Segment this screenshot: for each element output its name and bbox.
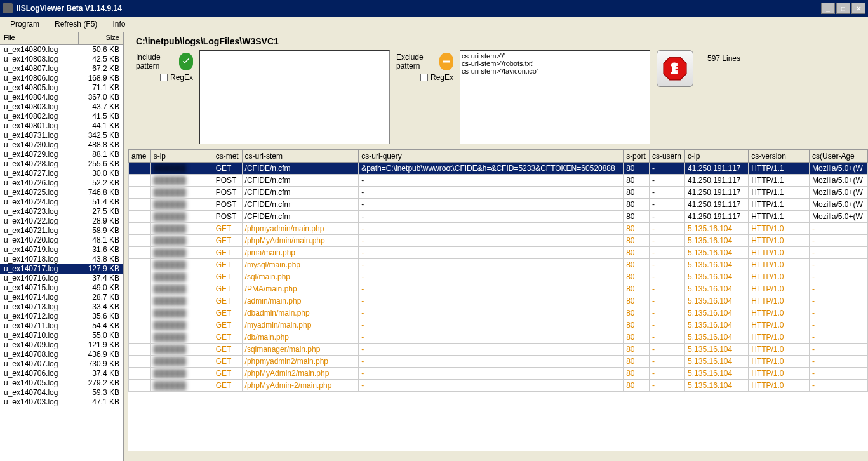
stop-button[interactable] [657, 50, 693, 87]
menu-program[interactable]: Program [10, 20, 39, 29]
file-row[interactable]: u_ex140804.log367,0 KB [0, 93, 123, 102]
file-size: 43,7 KB [75, 102, 119, 112]
file-row[interactable]: u_ex140728.log255,6 KB [0, 159, 123, 169]
window-title: IISLogViewer Beta V1.14.9.14 [17, 4, 122, 13]
log-row[interactable]: ██████GET/phpMyAdmin-2/main.php-80-5.135… [129, 380, 868, 392]
file-list[interactable]: u_ex140809.log50,6 KBu_ex140808.log42,5 … [0, 45, 123, 461]
log-row[interactable]: ██████GET/db/main.php-80-5.135.16.104HTT… [129, 331, 868, 344]
close-button[interactable]: ✕ [851, 3, 865, 14]
file-row[interactable]: u_ex140729.log88,1 KB [0, 150, 123, 159]
file-row[interactable]: u_ex140712.log35,6 KB [0, 312, 123, 321]
file-row[interactable]: u_ex140711.log54,4 KB [0, 321, 123, 331]
file-row[interactable]: u_ex140707.log730,9 KB [0, 359, 123, 369]
file-row[interactable]: u_ex140807.log67,2 KB [0, 64, 123, 74]
file-row[interactable]: u_ex140720.log48,1 KB [0, 236, 123, 245]
file-row[interactable]: u_ex140801.log44,1 KB [0, 121, 123, 131]
log-row[interactable]: ██████GET/phpmyadmin2/main.php-80-5.135.… [129, 356, 868, 368]
log-row[interactable]: ██████GET/phpMyAdmin/main.php-80-5.135.1… [129, 235, 868, 247]
grid-header-ame[interactable]: ame [129, 150, 151, 163]
log-row[interactable]: ██████GET/mysql/main.php-80-5.135.16.104… [129, 259, 868, 271]
file-row[interactable]: u_ex140726.log52,2 KB [0, 178, 123, 188]
log-row[interactable]: ██████GET/pma/main.php-80-5.135.16.104HT… [129, 247, 868, 259]
file-row[interactable]: u_ex140709.log121,9 KB [0, 340, 123, 350]
file-row[interactable]: u_ex140803.log43,7 KB [0, 102, 123, 112]
log-row[interactable]: ██████GET/CFIDE/n.cfm&path=C:\inetpub\ww… [129, 163, 868, 175]
log-row[interactable]: ██████GET/phpMyAdmin2/main.php-80-5.135.… [129, 368, 868, 380]
file-row[interactable]: u_ex140731.log342,5 KB [0, 131, 123, 140]
horizontal-scrollbar[interactable] [128, 451, 868, 461]
splitter[interactable] [124, 32, 128, 461]
file-row[interactable]: u_ex140717.log127,9 KB [0, 264, 123, 274]
grid-header-cs-usern[interactable]: cs-usern [649, 150, 684, 163]
exclude-regex-checkbox[interactable] [420, 74, 428, 81]
include-pattern-input[interactable] [199, 50, 390, 144]
file-row[interactable]: u_ex140718.log43,8 KB [0, 255, 123, 264]
file-row[interactable]: u_ex140714.log28,7 KB [0, 293, 123, 302]
log-row[interactable]: ██████POST/CFIDE/n.cfm-80-41.250.191.117… [129, 175, 868, 187]
log-row[interactable]: ██████GET/phpmyadmin/main.php-80-5.135.1… [129, 223, 868, 235]
include-regex-checkbox[interactable] [160, 74, 168, 81]
grid-header-cs-met[interactable]: cs-met [213, 150, 242, 163]
log-row[interactable]: ██████GET/PMA/main.php-80-5.135.16.104HT… [129, 283, 868, 295]
file-row[interactable]: u_ex140722.log28,9 KB [0, 217, 123, 226]
file-row[interactable]: u_ex140703.log47,1 KB [0, 398, 123, 407]
file-size: 28,9 KB [75, 217, 119, 226]
file-row[interactable]: u_ex140705.log279,2 KB [0, 378, 123, 388]
file-row[interactable]: u_ex140802.log41,5 KB [0, 112, 123, 121]
maximize-button[interactable]: □ [836, 3, 850, 14]
log-cell: HTTP/1.1 [749, 187, 810, 199]
log-cell: - [649, 259, 684, 271]
minimize-button[interactable]: _ [821, 3, 835, 14]
log-row[interactable]: ██████GET/dbadmin/main.php-80-5.135.16.1… [129, 307, 868, 319]
file-row[interactable]: u_ex140805.log71,1 KB [0, 83, 123, 93]
grid-header-cs-uri-stem[interactable]: cs-uri-stem [242, 150, 359, 163]
log-row[interactable]: ██████GET/sqlmanager/main.php-80-5.135.1… [129, 344, 868, 356]
file-row[interactable]: u_ex140806.log168,9 KB [0, 74, 123, 83]
log-cell: HTTP/1.0 [749, 223, 810, 235]
file-row[interactable]: u_ex140715.log49,0 KB [0, 283, 123, 293]
log-grid[interactable]: ames-ipcs-metcs-uri-stemcs-uri-querys-po… [128, 149, 868, 451]
file-row[interactable]: u_ex140716.log37,4 KB [0, 274, 123, 283]
file-row[interactable]: u_ex140713.log33,4 KB [0, 302, 123, 312]
file-header-size[interactable]: Size [79, 32, 123, 44]
grid-header-s-ip[interactable]: s-ip [150, 150, 213, 163]
grid-header-cs(User-Age[interactable]: cs(User-Age [810, 150, 868, 163]
grid-header-cs-version[interactable]: cs-version [749, 150, 810, 163]
file-row[interactable]: u_ex140706.log37,4 KB [0, 369, 123, 378]
file-row[interactable]: u_ex140723.log27,5 KB [0, 207, 123, 217]
log-row[interactable]: ██████GET/sql/main.php-80-5.135.16.104HT… [129, 271, 868, 283]
exclude-pattern-input[interactable] [460, 50, 650, 144]
include-pattern-label: Include pattern [136, 53, 177, 70]
log-row[interactable]: ██████GET/admin/main.php-80-5.135.16.104… [129, 295, 868, 307]
log-row[interactable]: ██████GET/myadmin/main.php-80-5.135.16.1… [129, 319, 868, 331]
menu-info[interactable]: Info [112, 20, 125, 29]
log-cell: /CFIDE/n.cfm [242, 199, 359, 211]
grid-header-c-ip[interactable]: c-ip [685, 150, 749, 163]
file-size: 488,8 KB [75, 140, 119, 150]
file-row[interactable]: u_ex140808.log42,5 KB [0, 55, 123, 64]
file-row[interactable]: u_ex140809.log50,6 KB [0, 45, 123, 55]
log-cell: 5.135.16.104 [685, 368, 749, 380]
file-row[interactable]: u_ex140725.log746,8 KB [0, 188, 123, 197]
log-cell: GET [213, 331, 242, 344]
file-row[interactable]: u_ex140727.log30,0 KB [0, 169, 123, 178]
menu-refresh[interactable]: Refresh (F5) [55, 20, 97, 29]
file-row[interactable]: u_ex140730.log488,8 KB [0, 140, 123, 150]
log-row[interactable]: ██████POST/CFIDE/n.cfm-80-41.250.191.117… [129, 187, 868, 199]
log-cell: - [359, 319, 624, 331]
grid-header-cs-uri-query[interactable]: cs-uri-query [359, 150, 624, 163]
file-header-file[interactable]: File [0, 32, 79, 44]
file-row[interactable]: u_ex140721.log58,9 KB [0, 226, 123, 236]
file-row[interactable]: u_ex140708.log436,9 KB [0, 350, 123, 359]
file-row[interactable]: u_ex140710.log55,0 KB [0, 331, 123, 340]
log-cell: /phpmyadmin/main.php [242, 223, 359, 235]
file-name: u_ex140730.log [4, 140, 75, 150]
log-row[interactable]: ██████POST/CFIDE/n.cfm-80-41.250.191.117… [129, 211, 868, 223]
log-row[interactable]: ██████POST/CFIDE/n.cfm-80-41.250.191.117… [129, 199, 868, 211]
grid-header-s-port[interactable]: s-port [624, 150, 650, 163]
file-row[interactable]: u_ex140724.log51,4 KB [0, 197, 123, 207]
file-row[interactable]: u_ex140704.log59,3 KB [0, 388, 123, 398]
log-cell: - [359, 283, 624, 295]
file-row[interactable]: u_ex140719.log31,6 KB [0, 245, 123, 255]
log-cell: - [649, 163, 684, 175]
